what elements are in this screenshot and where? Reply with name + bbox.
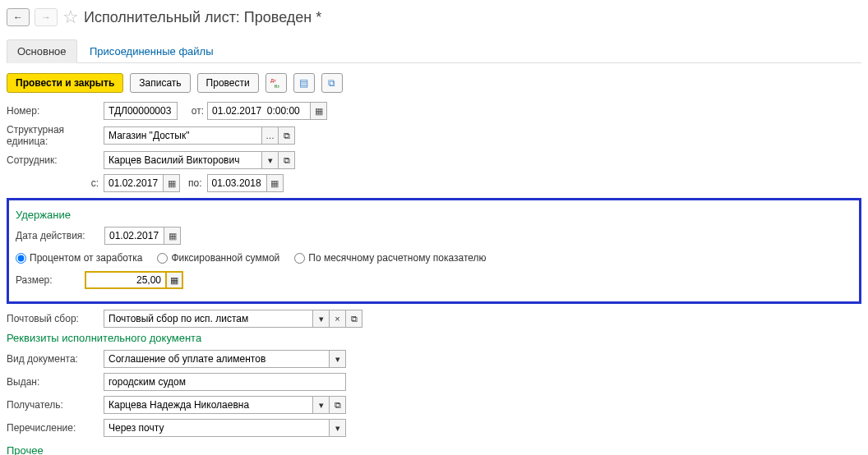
period-to-label: по: [180, 177, 207, 189]
postal-open-button[interactable]: ⧉ [346, 310, 362, 328]
recipient-dropdown-button[interactable]: ▾ [313, 396, 330, 414]
size-calc-button[interactable]: ▦ [167, 271, 183, 289]
structure-icon: ⧉ [328, 77, 335, 89]
calendar-icon: ▦ [270, 178, 279, 189]
employee-dropdown-button[interactable]: ▾ [262, 151, 279, 169]
doctype-dropdown-button[interactable]: ▾ [330, 350, 346, 368]
report-button[interactable]: ▤ [293, 73, 315, 93]
chevron-down-icon: ▾ [268, 155, 273, 166]
number-input[interactable] [104, 102, 178, 120]
structure-button[interactable]: ⧉ [321, 73, 343, 93]
recipient-label: Получатель: [7, 399, 104, 411]
recipient-input[interactable] [104, 396, 313, 414]
period-from-input[interactable] [104, 174, 164, 192]
close-icon: × [335, 314, 339, 324]
dtkt-button[interactable]: ДтКт [265, 73, 287, 93]
postal-dropdown-button[interactable]: ▾ [313, 310, 330, 328]
number-label: Номер: [7, 105, 104, 117]
calendar-icon: ▦ [168, 178, 176, 189]
recipient-open-button[interactable]: ⧉ [330, 396, 346, 414]
tab-bar: Основное Присоединенные файлы [7, 39, 861, 63]
document-icon: ▤ [299, 77, 308, 89]
employee-label: Сотрудник: [7, 154, 104, 166]
open-icon: ⧉ [284, 131, 290, 141]
period-from-label: с: [7, 177, 104, 189]
deduction-date-cal-button[interactable]: ▦ [164, 227, 181, 245]
deduction-section: Удержание Дата действия: ▦ Процентом от … [7, 198, 861, 304]
transfer-label: Перечисление: [7, 422, 104, 434]
unit-input[interactable] [104, 126, 262, 145]
post-and-close-button[interactable]: Провести и закрыть [7, 73, 123, 93]
forward-button[interactable]: → [35, 8, 58, 26]
svg-text:Дт: Дт [270, 78, 276, 83]
calendar-icon: ▦ [315, 106, 323, 117]
deduction-title: Удержание [16, 209, 852, 221]
unit-label: Структурная единица: [7, 124, 104, 147]
toolbar: Провести и закрыть Записать Провести ДтК… [7, 73, 861, 93]
page-title: Исполнительный лист: Проведен * [84, 9, 321, 26]
chevron-down-icon: ▾ [319, 400, 324, 411]
svg-text:Кт: Кт [275, 84, 279, 89]
deduction-date-input[interactable] [104, 227, 164, 245]
doctype-label: Вид документа: [7, 353, 104, 365]
radio-monthly[interactable]: По месячному расчетному показателю [294, 252, 486, 264]
period-from-cal-button[interactable]: ▦ [164, 174, 180, 192]
calendar-button[interactable]: ▦ [311, 102, 327, 120]
period-to-cal-button[interactable]: ▦ [267, 174, 284, 192]
chevron-down-icon: ▾ [335, 423, 340, 434]
postal-label: Почтовый сбор: [7, 313, 104, 324]
transfer-dropdown-button[interactable]: ▾ [330, 419, 346, 437]
dots-icon: … [265, 131, 275, 140]
chevron-down-icon: ▾ [319, 314, 324, 324]
date-from-label: от: [178, 105, 207, 117]
calendar-icon: ▦ [169, 231, 177, 241]
employee-open-button[interactable]: ⧉ [279, 151, 295, 169]
arrow-right-icon: → [41, 11, 51, 23]
requisites-title: Реквизиты исполнительного документа [7, 332, 861, 344]
period-to-input[interactable] [207, 174, 267, 192]
size-label: Размер: [16, 274, 85, 286]
size-input[interactable] [85, 271, 167, 289]
star-icon[interactable]: ☆ [62, 7, 79, 28]
radio-fixed[interactable]: Фиксированной суммой [157, 252, 279, 264]
save-button[interactable]: Записать [130, 73, 190, 93]
date-input[interactable] [207, 102, 311, 120]
issued-input[interactable] [104, 373, 346, 391]
other-title: Прочее [7, 444, 861, 455]
tab-files[interactable]: Присоединенные файлы [80, 40, 224, 62]
radio-percent[interactable]: Процентом от заработка [16, 252, 142, 264]
open-icon: ⧉ [351, 314, 358, 324]
post-button[interactable]: Провести [197, 73, 259, 93]
employee-input[interactable] [104, 151, 262, 169]
calc-icon: ▦ [170, 275, 178, 286]
postal-clear-button[interactable]: × [330, 310, 346, 328]
tab-main[interactable]: Основное [7, 39, 77, 63]
deduction-date-label: Дата действия: [16, 230, 104, 241]
issued-label: Выдан: [7, 376, 104, 388]
open-icon: ⧉ [284, 155, 290, 166]
chevron-down-icon: ▾ [335, 354, 340, 365]
transfer-input[interactable] [104, 419, 330, 437]
dtkt-icon: ДтКт [270, 77, 282, 89]
unit-open-button[interactable]: ⧉ [279, 126, 295, 145]
postal-input[interactable] [104, 310, 313, 328]
open-icon: ⧉ [335, 400, 341, 411]
unit-select-button[interactable]: … [262, 126, 279, 145]
back-button[interactable]: ← [7, 8, 30, 26]
arrow-left-icon: ← [13, 11, 23, 23]
doctype-input[interactable] [104, 350, 330, 368]
